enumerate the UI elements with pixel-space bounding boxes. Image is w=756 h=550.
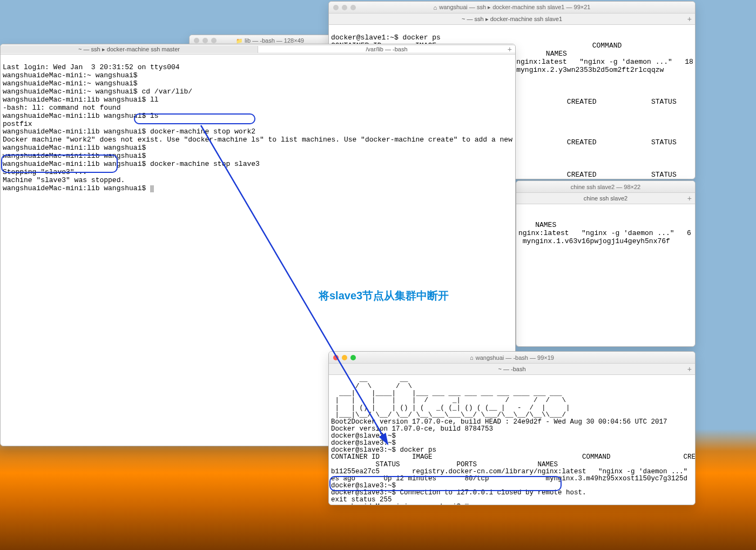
minimize-icon[interactable] xyxy=(202,38,208,43)
term-line: wangshuaideMac-mini:lib wangshuai$ xyxy=(3,144,146,152)
zoom-icon[interactable] xyxy=(350,5,356,10)
tab-varlib[interactable]: /var/lib — -bash xyxy=(258,46,515,52)
minimize-icon[interactable] xyxy=(342,355,347,360)
term-line: -bash: ll: command not found xyxy=(3,104,120,112)
terminal-body-slave3[interactable]: __ __ / \ / \ ___| |____| |___ ___ ___ _… xyxy=(329,375,695,505)
close-icon[interactable] xyxy=(333,355,339,360)
term-line: COMMAND CREATED xyxy=(518,213,695,221)
term-line: mynginx.1.v63v16pwjogj1u4geyh5nx76f xyxy=(518,237,670,245)
tab-label: ~ — ssh ▸ docker-machine ssh master xyxy=(78,46,180,52)
folder-icon xyxy=(236,37,242,44)
term-line: wangshuaideMac-mini:~ wangshuai$ xyxy=(331,503,465,505)
close-icon[interactable] xyxy=(333,5,339,10)
titlebar-slave1[interactable]: wangshuai — ssh ▸ docker-machine ssh sla… xyxy=(329,2,695,14)
term-line: CONTAINER ID IMAGE COMMAND CREATED xyxy=(331,453,695,461)
terminal-body-slave2[interactable]: COMMAND CREATED NAMES nginx:latest "ngin… xyxy=(516,204,695,346)
tabbar-slave2[interactable]: chine ssh slave2 + xyxy=(516,193,695,204)
new-tab-icon[interactable]: + xyxy=(687,365,692,373)
term-line: Docker version 17.07.0-ce, build 8784753 xyxy=(331,425,493,433)
term-line: postfix xyxy=(3,120,32,128)
home-icon xyxy=(470,354,474,361)
window-slave3: wangshuai — -bash — 99×19 ~ — -bash + __… xyxy=(328,351,696,505)
term-line: Stopping "slave3"... xyxy=(3,168,87,176)
tab-label[interactable]: ~ — -bash xyxy=(498,366,525,372)
term-line: wangshuaideMac-mini:~ wangshuai$ xyxy=(3,71,138,79)
new-tab-icon[interactable]: + xyxy=(508,45,512,53)
term-line: docker@slave3:~$ xyxy=(331,439,396,447)
term-line: docker@slave1:~$ docker ps xyxy=(331,33,441,42)
new-tab-icon[interactable]: + xyxy=(687,15,692,23)
term-line: docker@slave3:~$ docker ps xyxy=(331,446,436,454)
titlebar-slave2[interactable]: chine ssh slave2 — 98×22 xyxy=(516,181,695,193)
window-slave2: chine ssh slave2 — 98×22 chine ssh slave… xyxy=(516,180,696,347)
title-text: wangshuai — ssh ▸ docker-machine ssh sla… xyxy=(439,4,590,11)
ascii-art: __ __ / \ / \ ___| |____| |___ ___ ___ _… xyxy=(331,375,570,419)
term-line: docker@slave3:~$ xyxy=(331,432,396,440)
term-line: nginx:latest "nginx -g 'daemon ..." 6 mi… xyxy=(518,229,695,237)
new-tab-icon[interactable]: + xyxy=(687,194,692,203)
term-line: docker@slave3:~$ xyxy=(331,482,396,489)
minimize-icon[interactable] xyxy=(342,5,347,10)
tab-label[interactable]: ~ — ssh ▸ docker-machine ssh slave1 xyxy=(462,16,562,23)
term-line: wangshuaideMac-mini:lib wangshuai$ xyxy=(3,184,150,192)
term-line: wangshuaideMac-mini:lib wangshuai$ xyxy=(3,152,146,160)
term-line: STATUS PORTS NAMES xyxy=(331,461,558,468)
term-line: Last login: Wed Jan 3 20:31:52 on ttys00… xyxy=(3,63,180,71)
tabbar-slave3[interactable]: ~ — -bash + xyxy=(329,364,695,375)
term-line: wangshuaideMac-mini:~ wangshuai$ cd /var… xyxy=(3,88,192,96)
term-line: wangshuaideMac-mini:lib wangshuai$ ls xyxy=(3,112,159,120)
term-line: Boot2Docker version 17.07.0-ce, build HE… xyxy=(331,418,667,426)
term-line: wangshuaideMac-mini:lib wangshuai$ docke… xyxy=(3,160,260,168)
tab-label[interactable]: chine ssh slave2 xyxy=(584,195,627,202)
tab-master[interactable]: ~ — ssh ▸ docker-machine ssh master xyxy=(1,46,258,53)
term-line: wangshuaideMac-mini:lib wangshuai$ docke… xyxy=(3,128,255,136)
term-line: wangshuaideMac-mini:~ wangshuai$ xyxy=(3,79,138,88)
term-line: Machine "slave3" was stopped. xyxy=(3,176,125,184)
term-line: docker@slave3:~$ Connection to 127.0.0.1… xyxy=(331,489,586,497)
home-icon xyxy=(434,4,437,11)
term-line: wangshuaideMac-mini:lib wangshuai$ ll xyxy=(3,96,159,104)
cursor xyxy=(150,185,154,192)
zoom-icon[interactable] xyxy=(350,355,356,360)
cursor xyxy=(465,504,469,505)
annotation-caption: 将slave3节点从集群中断开 xyxy=(319,289,449,303)
tab-label: /var/lib — -bash xyxy=(366,46,407,52)
tabbar-master[interactable]: ~ — ssh ▸ docker-machine ssh master /var… xyxy=(1,44,515,55)
title-text: lib — -bash — 128×49 xyxy=(245,37,304,44)
term-line: b11255ea27c5 registry.docker-cn.com/libr… xyxy=(331,468,695,475)
close-icon[interactable] xyxy=(194,38,199,43)
term-line: exit status 255 xyxy=(331,496,392,504)
term-line: es ago Up 12 minutes 80/tcp mynginx.3.m4… xyxy=(331,475,687,482)
title-text: chine ssh slave2 — 98×22 xyxy=(571,184,640,190)
term-line: Docker machine "work2" does not exist. U… xyxy=(3,136,515,144)
title-text: wangshuai — -bash — 99×19 xyxy=(476,354,554,361)
zoom-icon[interactable] xyxy=(211,38,217,43)
tabbar-slave1[interactable]: ~ — ssh ▸ docker-machine ssh slave1 + xyxy=(329,14,695,25)
titlebar-slave3[interactable]: wangshuai — -bash — 99×19 xyxy=(329,352,695,364)
term-line: NAMES xyxy=(518,221,556,229)
